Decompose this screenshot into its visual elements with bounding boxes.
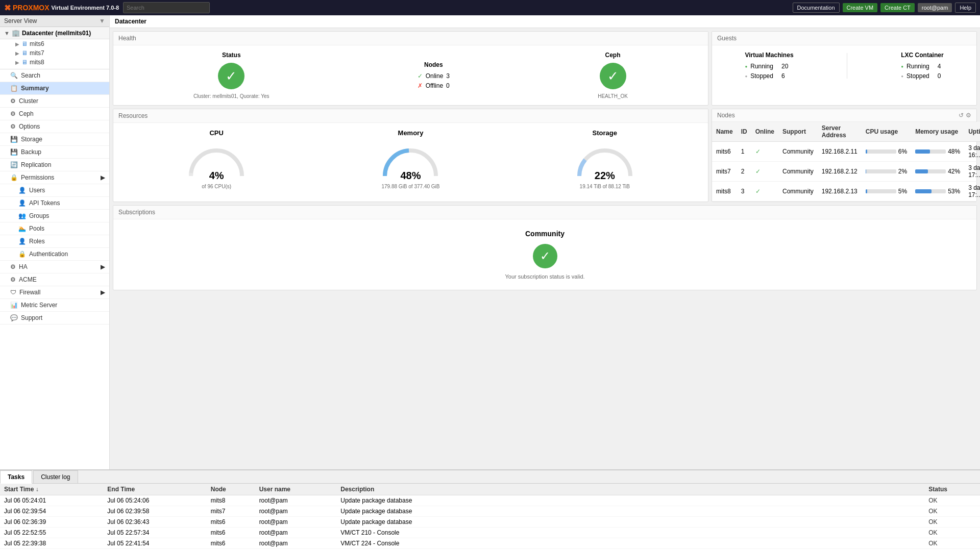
task-row[interactable]: Jul 06 02:36:39 Jul 06 02:36:43 mits6 ro… bbox=[0, 517, 980, 528]
health-status-col: Status ✓ Cluster: mellmits01, Quorate: Y… bbox=[193, 52, 269, 99]
nodes-online-label: Online bbox=[426, 72, 444, 80]
node-support: Community bbox=[778, 162, 818, 182]
documentation-button[interactable]: Documentation bbox=[793, 3, 840, 13]
tree-node-mits8[interactable]: ▶ 🖥 mits8 bbox=[0, 58, 109, 67]
nav-permissions[interactable]: 🔒 Permissions ▶ bbox=[0, 171, 109, 184]
resources-panel: Resources CPU 4% of 96 CPU(s) bbox=[113, 109, 708, 202]
nav-firewall-label: Firewall bbox=[19, 289, 40, 296]
search-input[interactable] bbox=[123, 2, 210, 13]
guests-body: Virtual Machines ● Running 20 ● Stopped bbox=[712, 45, 976, 86]
ha-arrow-icon: ▶ bbox=[101, 263, 105, 270]
cpu-detail: of 96 CPU(s) bbox=[119, 184, 313, 189]
health-check-icon: ✓ bbox=[226, 68, 237, 84]
nodes-table: Name ID Online Support Server Address CP… bbox=[712, 122, 980, 202]
lxc-stopped-dot: ● bbox=[901, 74, 903, 79]
nav-pools-label: Pools bbox=[29, 225, 44, 232]
col-cpu: CPU usage bbox=[862, 122, 911, 142]
task-status: OK bbox=[924, 517, 980, 528]
nav-search[interactable]: 🔍 Search bbox=[0, 69, 109, 82]
nav-users[interactable]: 👤 Users bbox=[0, 184, 109, 197]
datacenter-node[interactable]: ▼ 🏢 Datacenter (mellmits01) bbox=[0, 27, 109, 39]
subscriptions-checkmark: ✓ bbox=[540, 249, 550, 263]
node-id: 2 bbox=[737, 162, 751, 182]
nav-backup[interactable]: 💾 Backup bbox=[0, 146, 109, 159]
task-row[interactable]: Jul 05 22:52:55 Jul 05 22:57:34 mits6 ro… bbox=[0, 528, 980, 538]
create-ct-button[interactable]: Create CT bbox=[880, 3, 915, 12]
node-address: 192.168.2.13 bbox=[818, 182, 862, 202]
task-row[interactable]: Jul 06 02:39:54 Jul 06 02:39:58 mits7 ro… bbox=[0, 506, 980, 517]
ceph-nav-icon: ⚙ bbox=[10, 110, 16, 117]
nav-acme[interactable]: ⚙ ACME bbox=[0, 273, 109, 286]
topbar: ✖ PROXMOX Virtual Environment 7.0-8 Docu… bbox=[0, 0, 980, 15]
lxc-running-count: 4 bbox=[938, 63, 941, 70]
nav-api-tokens[interactable]: 👤 API Tokens bbox=[0, 197, 109, 210]
server-view-header: Server View ▼ bbox=[0, 15, 109, 27]
tasks-tbody: Jul 06 05:24:01 Jul 06 05:24:06 mits8 ro… bbox=[0, 495, 980, 550]
nav-storage[interactable]: 💾 Storage bbox=[0, 133, 109, 146]
task-row[interactable]: Jul 05 22:39:38 Jul 05 22:41:54 mits6 ro… bbox=[0, 538, 980, 549]
health-status-label: Status bbox=[193, 52, 269, 59]
health-body: Status ✓ Cluster: mellmits01, Quorate: Y… bbox=[113, 45, 708, 105]
col-memory: Memory usage bbox=[911, 122, 964, 142]
task-row[interactable]: Jul 06 05:24:01 Jul 06 05:24:06 mits8 ro… bbox=[0, 495, 980, 506]
nav-support-label: Support bbox=[21, 314, 42, 321]
task-end: Jul 05 22:39:41 bbox=[103, 549, 206, 550]
nodes-refresh-icon[interactable]: ↺ bbox=[959, 112, 964, 119]
nav-support[interactable]: 💬 Support bbox=[0, 312, 109, 324]
permissions-nav-icon: 🔒 bbox=[10, 174, 18, 181]
tasks-table: Start Time ↓ End Time Node User name Des… bbox=[0, 484, 980, 550]
nodes-offline-dot: ✗ bbox=[418, 82, 423, 89]
firewall-inner: 🛡 Firewall bbox=[10, 289, 40, 296]
health-cluster-info: Cluster: mellmits01, Quorate: Yes bbox=[193, 93, 269, 99]
col-name: Name bbox=[712, 122, 737, 142]
tree-node-mits6[interactable]: ▶ 🖥 mits6 bbox=[0, 39, 109, 48]
expand-mits7: ▶ bbox=[15, 51, 19, 56]
storage-label: Storage bbox=[508, 129, 702, 137]
row-2: Resources CPU 4% of 96 CPU(s) bbox=[113, 109, 977, 202]
nodes-config-icon[interactable]: ⚙ bbox=[966, 112, 971, 119]
task-row[interactable]: Jul 05 22:39:37 Jul 05 22:39:41 mits6 ro… bbox=[0, 549, 980, 550]
table-row[interactable]: mits8 3 ✓ Community 192.168.2.13 5% 53% … bbox=[712, 182, 980, 202]
nodes-table-header: Name ID Online Support Server Address CP… bbox=[712, 122, 980, 142]
nav-roles[interactable]: 👤 Roles bbox=[0, 235, 109, 248]
acme-nav-icon: ⚙ bbox=[10, 276, 16, 283]
help-button[interactable]: Help bbox=[955, 3, 976, 13]
nav-summary[interactable]: 📋 Summary bbox=[0, 82, 109, 95]
nav-cluster[interactable]: ⚙ Cluster bbox=[0, 95, 109, 108]
replication-nav-icon: 🔄 bbox=[10, 161, 18, 168]
table-row[interactable]: mits6 1 ✓ Community 192.168.2.11 6% 48% … bbox=[712, 142, 980, 162]
nav-pools[interactable]: 🏊 Pools bbox=[0, 222, 109, 235]
cluster-log-tab[interactable]: Cluster log bbox=[33, 470, 78, 483]
task-node: mits6 bbox=[207, 517, 255, 528]
right-content: Datacenter Health Status ✓ bbox=[110, 15, 980, 469]
mits7-icon: 🖥 bbox=[21, 49, 28, 57]
breadcrumb-text: Datacenter bbox=[115, 18, 146, 25]
nav-options[interactable]: ⚙ Options bbox=[0, 120, 109, 133]
node-id: 1 bbox=[737, 142, 751, 162]
create-vm-button[interactable]: Create VM bbox=[843, 3, 878, 12]
task-end: Jul 06 02:36:43 bbox=[103, 517, 206, 528]
nav-ceph[interactable]: ⚙ Ceph bbox=[0, 108, 109, 120]
node-cpu: 5% bbox=[862, 182, 911, 202]
nav-options-label: Options bbox=[19, 123, 40, 130]
task-end: Jul 06 02:39:58 bbox=[103, 506, 206, 517]
tasks-header-row: Start Time ↓ End Time Node User name Des… bbox=[0, 484, 980, 495]
task-node: mits8 bbox=[207, 495, 255, 506]
api-tokens-nav-icon: 👤 bbox=[18, 199, 26, 207]
groups-nav-icon: 👥 bbox=[18, 212, 26, 219]
nav-firewall[interactable]: 🛡 Firewall ▶ bbox=[0, 286, 109, 299]
nav-metric-server[interactable]: 📊 Metric Server bbox=[0, 299, 109, 312]
nav-ha[interactable]: ⚙ HA ▶ bbox=[0, 261, 109, 273]
nav-authentication[interactable]: 🔒 Authentication bbox=[0, 248, 109, 261]
nav-groups[interactable]: 👥 Groups bbox=[0, 210, 109, 222]
health-nodes-label: Nodes bbox=[418, 61, 450, 68]
tasks-tab[interactable]: Tasks bbox=[0, 470, 32, 484]
server-view-toggle[interactable]: ▼ bbox=[99, 17, 105, 24]
row-1: Health Status ✓ Cluster: mellmits01, Quo… bbox=[113, 31, 977, 106]
nav-replication[interactable]: 🔄 Replication bbox=[0, 159, 109, 171]
table-row[interactable]: mits7 2 ✓ Community 192.168.2.12 2% 42% … bbox=[712, 162, 980, 182]
expand-mits8: ▶ bbox=[15, 60, 19, 65]
user-button[interactable]: root@pam bbox=[918, 3, 952, 12]
task-status: OK bbox=[924, 549, 980, 550]
tree-node-mits7[interactable]: ▶ 🖥 mits7 bbox=[0, 48, 109, 58]
